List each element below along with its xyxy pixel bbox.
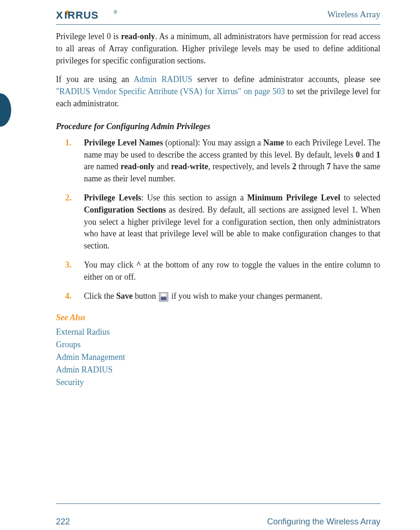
page: X IRRUS ® Wireless Array Privilege level… <box>0 0 420 530</box>
procedure-step-1: 1. Privilege Level Names (optional): You… <box>84 137 380 185</box>
page-header: X IRRUS ® Wireless Array <box>0 9 420 23</box>
page-number: 222 <box>56 517 70 527</box>
procedure-list: 1. Privilege Level Names (optional): You… <box>56 137 380 303</box>
svg-text:IRRUS: IRRUS <box>64 9 98 21</box>
link-admin-radius[interactable]: Admin RADIUS <box>134 75 193 84</box>
procedure-step-4: 4. Click the Save button if you wish to … <box>84 290 380 303</box>
step-number: 1. <box>65 137 71 149</box>
step-number: 2. <box>65 192 71 204</box>
brand-logo: X IRRUS ® <box>56 9 121 23</box>
see-also-heading: See Also <box>56 311 380 324</box>
section-tab-marker <box>0 93 11 127</box>
doc-title: Wireless Array <box>327 9 380 20</box>
see-also-link[interactable]: Admin Management <box>56 351 380 364</box>
see-also-link[interactable]: Security <box>56 376 380 389</box>
footer-section-title: Configuring the Wireless Array <box>267 517 380 527</box>
procedure-heading: Procedure for Configuring Admin Privileg… <box>56 120 380 132</box>
content-area: Privilege level 0 is read-only. As a min… <box>56 31 380 389</box>
svg-text:®: ® <box>114 10 117 15</box>
header-rule <box>56 24 380 25</box>
intro-paragraph-1: Privilege level 0 is read-only. As a min… <box>56 31 380 67</box>
see-also-link[interactable]: Groups <box>56 338 380 351</box>
save-icon <box>159 292 168 302</box>
svg-text:X: X <box>56 9 63 21</box>
intro-paragraph-2: If you are using an Admin RADIUS server … <box>56 74 380 110</box>
see-also-list: External Radius Groups Admin Management … <box>56 326 380 389</box>
step-number: 3. <box>65 259 71 271</box>
see-also-link[interactable]: Admin RADIUS <box>56 364 380 376</box>
step-number: 4. <box>65 290 71 303</box>
footer-rule <box>56 503 380 504</box>
see-also-link[interactable]: External Radius <box>56 326 380 338</box>
link-vsa-xirrus[interactable]: "RADIUS Vendor Specific Attribute (VSA) … <box>56 87 285 96</box>
procedure-step-3: 3. You may click ^ at the bottom of any … <box>84 259 380 283</box>
procedure-step-2: 2. Privilege Levels: Use this section to… <box>84 192 380 252</box>
